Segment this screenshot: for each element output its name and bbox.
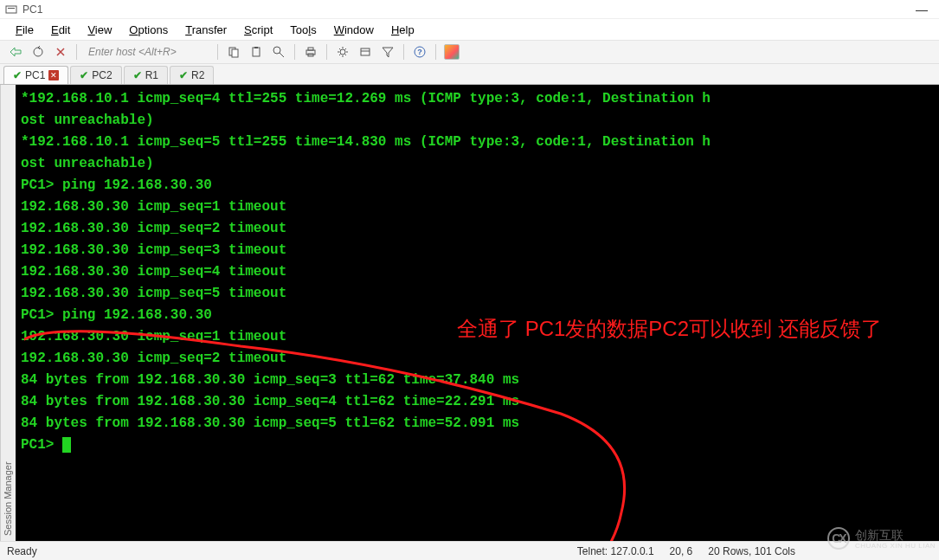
menu-script[interactable]: Script [235, 22, 281, 38]
terminal[interactable]: *192.168.10.1 icmp_seq=4 ttl=255 time=12… [16, 85, 939, 541]
check-icon: ✔ [80, 69, 88, 81]
svg-rect-10 [308, 48, 313, 50]
close-icon[interactable]: ✕ [48, 70, 59, 80]
tab-label: R1 [145, 69, 158, 81]
status-ready: Ready [7, 545, 37, 557]
annotation-text: 全通了 PC1发的数据PC2可以收到 还能反馈了 [457, 312, 939, 346]
menu-tools[interactable]: Tools [281, 22, 325, 38]
terminal-line: PC1> [21, 434, 934, 456]
terminal-line: 84 bytes from 192.168.30.30 icmp_seq=5 t… [21, 413, 934, 434]
terminal-cursor [62, 437, 71, 453]
settings-icon[interactable] [332, 42, 353, 61]
terminal-line: ost unreachable) [21, 110, 934, 132]
terminal-line: 192.168.30.30 icmp_seq=2 timeout [21, 348, 934, 370]
paste-icon[interactable] [246, 42, 267, 61]
app-icon [5, 3, 17, 16]
print-icon[interactable] [300, 42, 321, 61]
tab-r2[interactable]: ✔ R2 [170, 66, 214, 84]
check-icon: ✔ [13, 69, 22, 81]
terminal-line: 192.168.30.30 icmp_seq=2 timeout [21, 218, 934, 240]
terminal-line: PC1> ping 192.168.30.30 [21, 175, 934, 196]
check-icon: ✔ [179, 69, 188, 81]
svg-rect-1 [8, 8, 15, 9]
terminal-line: 192.168.30.30 icmp_seq=3 timeout [21, 240, 934, 261]
terminal-line: 192.168.30.30 icmp_seq=4 timeout [21, 261, 934, 283]
menu-help[interactable]: Help [383, 22, 423, 38]
toolbar-separator [76, 44, 77, 60]
toolbar-separator [294, 44, 295, 60]
svg-point-7 [273, 47, 280, 54]
watermark-badge: CX [827, 527, 850, 550]
tab-pc1[interactable]: ✔ PC1 ✕ [3, 66, 68, 84]
terminal-line: 192.168.30.30 icmp_seq=1 timeout [21, 196, 934, 218]
help-icon[interactable]: ? [409, 42, 430, 61]
svg-rect-5 [253, 48, 260, 56]
status-connection: Telnet: 127.0.0.1 [577, 545, 654, 557]
session-manager-tab[interactable]: Session Manager [0, 85, 16, 541]
toolbar-separator [217, 44, 218, 60]
svg-point-12 [340, 49, 345, 55]
tab-label: PC2 [92, 69, 112, 81]
watermark: CX 创新互联 CHUANG XIN HU LIAN [827, 527, 936, 550]
toolbar-separator [435, 44, 436, 60]
terminal-line: 84 bytes from 192.168.30.30 icmp_seq=4 t… [21, 391, 934, 413]
toolbar-separator [326, 44, 327, 60]
minimize-button[interactable]: — [910, 3, 934, 16]
status-size: 20 Rows, 101 Cols [708, 545, 795, 557]
window-title: PC1 [23, 3, 42, 16]
toolbar: Enter host <Alt+R> ? [0, 40, 939, 64]
svg-rect-4 [232, 49, 238, 57]
watermark-sub: CHUANG XIN HU LIAN [855, 542, 936, 550]
terminal-line: *192.168.10.1 icmp_seq=4 ttl=255 time=12… [21, 88, 934, 110]
terminal-line: ost unreachable) [21, 153, 934, 175]
session-options-icon[interactable] [355, 42, 376, 61]
svg-rect-0 [6, 6, 16, 13]
terminal-line: 192.168.30.30 icmp_seq=5 timeout [21, 283, 934, 305]
terminal-line: *192.168.10.1 icmp_seq=5 ttl=255 time=14… [21, 132, 934, 153]
tab-pc2[interactable]: ✔ PC2 [70, 66, 121, 84]
statusbar: Ready Telnet: 127.0.0.1 20, 6 20 Rows, 1… [0, 541, 939, 560]
find-icon[interactable] [268, 42, 289, 61]
menu-transfer[interactable]: Transfer [177, 22, 235, 38]
tab-r1[interactable]: ✔ R1 [124, 66, 168, 84]
copy-icon[interactable] [223, 42, 244, 61]
filter-icon[interactable] [377, 42, 398, 61]
status-cursor-pos: 20, 6 [670, 545, 693, 557]
watermark-brand: 创新互联 [855, 528, 904, 542]
svg-point-2 [34, 48, 42, 56]
menu-window[interactable]: Window [325, 22, 383, 38]
svg-rect-6 [254, 47, 258, 48]
color-scheme-icon[interactable] [441, 42, 462, 61]
svg-rect-13 [361, 48, 370, 55]
check-icon: ✔ [133, 69, 142, 81]
menu-view[interactable]: View [79, 22, 120, 38]
reconnect-icon[interactable] [28, 42, 48, 61]
quick-connect-icon[interactable] [5, 42, 26, 61]
tabbar: ✔ PC1 ✕ ✔ PC2 ✔ R1 ✔ R2 [0, 64, 939, 85]
terminal-line: 84 bytes from 192.168.30.30 icmp_seq=3 t… [21, 370, 934, 391]
tab-label: PC1 [25, 69, 45, 81]
menu-options[interactable]: Options [120, 22, 177, 38]
titlebar: PC1 — [0, 0, 939, 19]
menu-edit[interactable]: Edit [42, 22, 79, 38]
disconnect-icon[interactable] [50, 42, 71, 61]
tab-label: R2 [191, 69, 204, 81]
svg-text:?: ? [417, 48, 422, 56]
svg-line-8 [280, 53, 284, 57]
menu-file[interactable]: File [7, 22, 42, 38]
host-input[interactable]: Enter host <Alt+R> [82, 43, 212, 61]
menubar: File Edit View Options Transfer Script T… [0, 19, 939, 40]
toolbar-separator [403, 44, 404, 60]
